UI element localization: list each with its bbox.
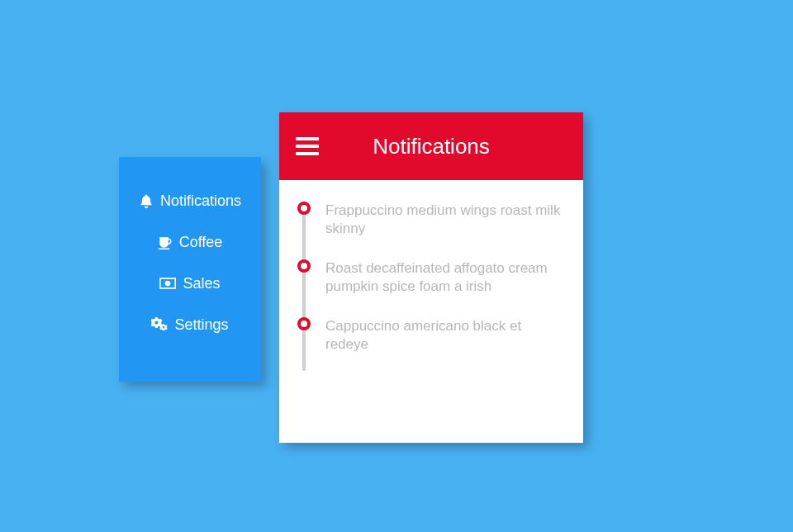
timeline-dot-icon — [297, 259, 311, 273]
notification-item: Frappuccino medium wings roast milk skin… — [325, 200, 565, 258]
cogs-icon — [151, 317, 168, 332]
money-icon — [159, 278, 176, 289]
notification-text: Cappuccino americano black et redeye — [325, 318, 521, 352]
sidebar-item-label: Coffee — [179, 235, 223, 249]
sidebar-item-label: Settings — [174, 317, 228, 332]
bell-icon — [139, 193, 154, 208]
card-header: Notifications — [279, 112, 583, 180]
sidebar-item-sales[interactable]: Sales — [119, 263, 261, 304]
sidebar-item-coffee[interactable]: Coffee — [119, 221, 261, 263]
hamburger-icon[interactable] — [296, 137, 319, 155]
sidebar-item-label: Notifications — [160, 193, 241, 208]
notifications-timeline: Frappuccino medium wings roast milk skin… — [297, 200, 565, 374]
notification-item: Cappuccino americano black et redeye — [325, 316, 565, 373]
timeline-dot-icon — [297, 317, 311, 330]
sidebar: Notifications Coffee Sales Settings — [119, 157, 261, 382]
notifications-card: Notifications Frappuccino medium wings r… — [279, 112, 583, 443]
card-title: Notifications — [279, 134, 583, 159]
sidebar-item-label: Sales — [183, 276, 220, 291]
timeline-dot-icon — [297, 202, 311, 215]
notification-text: Roast decaffeinated affogato cream pumpk… — [325, 260, 548, 294]
sidebar-item-settings[interactable]: Settings — [119, 304, 261, 345]
notification-item: Roast decaffeinated affogato cream pumpk… — [325, 258, 565, 316]
sidebar-item-notifications[interactable]: Notifications — [119, 180, 261, 221]
card-body: Frappuccino medium wings roast milk skin… — [279, 180, 583, 386]
coffee-icon — [158, 235, 173, 249]
notification-text: Frappuccino medium wings roast milk skin… — [325, 202, 560, 236]
timeline-line — [302, 203, 306, 371]
